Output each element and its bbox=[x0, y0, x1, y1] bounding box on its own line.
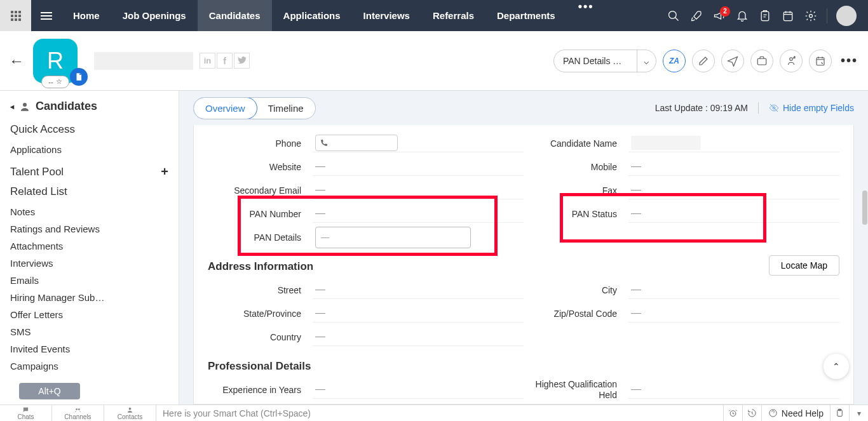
zia-button[interactable]: ZA bbox=[663, 50, 686, 72]
main-area: ◂ Candidates Quick Access Applications T… bbox=[0, 91, 868, 404]
clipboard-icon[interactable] bbox=[758, 9, 772, 23]
value-sec-email[interactable]: — bbox=[313, 182, 524, 199]
svg-rect-2 bbox=[761, 11, 769, 20]
rocket-icon[interactable] bbox=[689, 9, 703, 23]
label-zip: Zip/Postal Code bbox=[524, 309, 628, 319]
sidebar-sms[interactable]: SMS bbox=[10, 323, 168, 340]
value-highest-qual[interactable]: — bbox=[628, 381, 839, 399]
sidebar-attachments[interactable]: Attachments bbox=[10, 237, 168, 255]
svg-point-6 bbox=[790, 57, 793, 60]
action-dropdown[interactable]: PAN Details Retri… ⌵ bbox=[553, 50, 656, 72]
value-street[interactable]: — bbox=[313, 281, 524, 299]
sidebar-emails[interactable]: Emails bbox=[10, 272, 168, 289]
sidebar-ratings[interactable]: Ratings and Reviews bbox=[10, 220, 168, 237]
label-experience: Experience in Years bbox=[208, 385, 313, 395]
need-help[interactable]: Need Help bbox=[761, 405, 830, 422]
value-zip[interactable]: — bbox=[628, 305, 839, 323]
value-pan-status[interactable]: — bbox=[628, 205, 839, 223]
nav-applications[interactable]: Applications bbox=[272, 0, 352, 31]
plus-icon[interactable]: + bbox=[161, 164, 168, 179]
social-links: in f bbox=[200, 53, 250, 69]
value-country[interactable]: — bbox=[313, 328, 524, 346]
value-mobile[interactable]: — bbox=[628, 158, 839, 176]
sidebar-interviews[interactable]: Interviews bbox=[10, 255, 168, 272]
gear-icon[interactable] bbox=[804, 9, 818, 23]
facebook-icon[interactable]: f bbox=[217, 53, 233, 69]
locate-map-button[interactable]: Locate Map bbox=[769, 255, 839, 276]
footer-channels[interactable]: Channels bbox=[52, 405, 104, 421]
clipboard-footer-icon[interactable] bbox=[830, 405, 849, 422]
share-button[interactable] bbox=[780, 50, 803, 72]
svg-point-11 bbox=[78, 408, 80, 410]
nav-job-openings[interactable]: Job Openings bbox=[111, 0, 198, 31]
nav-candidates[interactable]: Candidates bbox=[198, 0, 272, 31]
more-actions[interactable]: ••• bbox=[838, 53, 860, 68]
sidebar-offer-letters[interactable]: Offer Letters bbox=[10, 306, 168, 323]
footer-contacts[interactable]: Contacts bbox=[104, 405, 156, 421]
history-icon[interactable] bbox=[742, 405, 761, 422]
alarm-icon[interactable] bbox=[723, 405, 742, 422]
value-fax[interactable]: — bbox=[628, 182, 839, 199]
sidebar-invited-events[interactable]: Invited Events bbox=[10, 340, 168, 358]
send-button[interactable] bbox=[721, 50, 744, 72]
phone-chip[interactable] bbox=[315, 135, 398, 151]
caret-down-icon[interactable]: ▾ bbox=[849, 405, 868, 422]
apps-grid-button[interactable] bbox=[0, 0, 31, 31]
menu-button[interactable] bbox=[31, 12, 62, 20]
value-experience[interactable]: — bbox=[313, 381, 524, 399]
nav-more[interactable]: ••• bbox=[567, 0, 606, 31]
back-button[interactable]: ← bbox=[9, 52, 24, 70]
section-professional-title: Professional Details bbox=[208, 360, 839, 373]
label-highest-qual: Highest Qualification Held bbox=[524, 379, 628, 401]
candidate-rating-chip[interactable]: --☆ bbox=[41, 76, 69, 88]
label-cand-name: Candidate Name bbox=[524, 138, 628, 149]
value-cand-name[interactable] bbox=[628, 135, 839, 152]
header-divider bbox=[758, 102, 759, 114]
footer-right: Need Help ▾ bbox=[723, 405, 868, 422]
sidebar-talent-pool[interactable]: Talent Pool+ bbox=[10, 164, 168, 179]
candidate-name-area: in f bbox=[94, 52, 250, 70]
collapse-icon[interactable]: ◂ bbox=[10, 102, 14, 111]
header-actions: PAN Details Retri… ⌵ ZA ••• bbox=[553, 50, 860, 72]
tab-timeline[interactable]: Timeline bbox=[257, 98, 315, 119]
schedule-button[interactable] bbox=[809, 50, 832, 72]
label-street: Street bbox=[208, 285, 313, 295]
bell-icon[interactable] bbox=[735, 9, 749, 23]
edit-button[interactable] bbox=[692, 50, 715, 72]
nav-interviews[interactable]: Interviews bbox=[352, 0, 421, 31]
sidebar-applications[interactable]: Applications bbox=[10, 141, 168, 158]
value-pan-details[interactable] bbox=[313, 227, 524, 248]
value-pan-number[interactable]: — bbox=[313, 205, 524, 223]
announcement-icon[interactable]: 2 bbox=[712, 9, 726, 23]
user-avatar[interactable] bbox=[836, 6, 857, 26]
sidebar-notes[interactable]: Notes bbox=[10, 203, 168, 220]
footer-chats[interactable]: Chats bbox=[0, 405, 52, 421]
search-icon[interactable] bbox=[667, 9, 681, 23]
label-mobile: Mobile bbox=[524, 162, 628, 172]
smart-chat-input[interactable]: Here is your Smart Chat (Ctrl+Space) bbox=[156, 408, 723, 418]
calendar-icon[interactable] bbox=[781, 9, 795, 23]
scrollbar-thumb[interactable] bbox=[862, 190, 867, 225]
sidebar-hiring-manager-sub[interactable]: Hiring Manager Sub… bbox=[10, 289, 168, 306]
nav-departments[interactable]: Departments bbox=[485, 0, 567, 31]
linkedin-icon[interactable]: in bbox=[200, 53, 215, 69]
candidate-avatar: R --☆ bbox=[33, 39, 78, 83]
nav-home[interactable]: Home bbox=[62, 0, 111, 31]
nav-referrals[interactable]: Referrals bbox=[421, 0, 485, 31]
apps-grid-icon bbox=[11, 11, 21, 21]
sidebar-campaigns[interactable]: Campaigns bbox=[10, 358, 168, 375]
resume-badge[interactable] bbox=[70, 68, 88, 86]
value-website[interactable]: — bbox=[313, 158, 524, 176]
pan-details-input[interactable] bbox=[315, 227, 471, 248]
chevron-down-icon: ⌵ bbox=[637, 50, 656, 72]
briefcase-button[interactable] bbox=[750, 50, 773, 72]
value-city[interactable]: — bbox=[628, 281, 839, 299]
tab-switcher: Overview Timeline bbox=[193, 97, 316, 119]
svg-point-4 bbox=[810, 14, 813, 17]
value-phone[interactable] bbox=[313, 135, 524, 152]
value-state[interactable]: — bbox=[313, 305, 524, 323]
hide-empty-fields[interactable]: Hide empty Fields bbox=[769, 103, 854, 113]
twitter-icon[interactable] bbox=[234, 53, 250, 69]
scroll-to-top[interactable]: ⌃ bbox=[824, 354, 849, 379]
tab-overview[interactable]: Overview bbox=[193, 97, 257, 119]
